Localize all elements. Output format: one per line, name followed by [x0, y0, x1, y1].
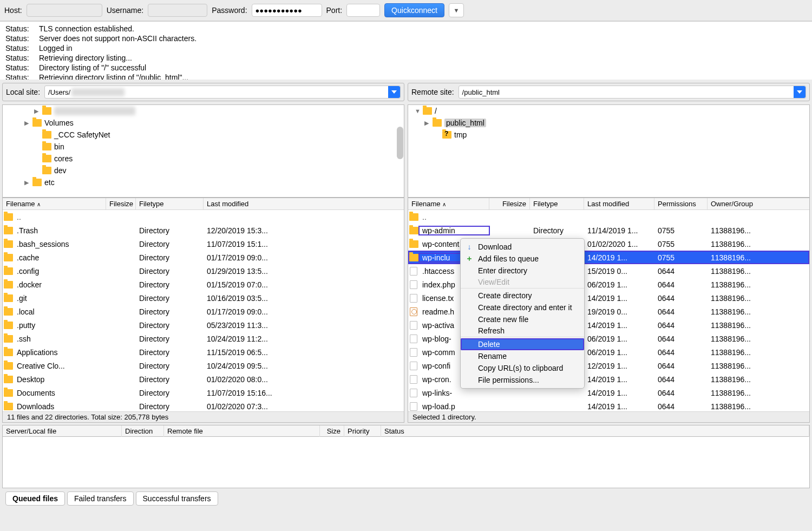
log-label: Status: [5, 24, 39, 34]
transfer-queue[interactable] [2, 437, 810, 488]
list-item[interactable]: DocumentsDirectory11/07/2019 15:16... [3, 386, 404, 399]
tab-queued-files[interactable]: Queued files [5, 491, 65, 506]
remote-site-path-input[interactable]: /public_html [459, 86, 806, 99]
cell-filetype: Directory [136, 240, 204, 248]
list-item[interactable]: .bash_sessionsDirectory11/07/2019 15:1..… [3, 237, 404, 251]
list-item[interactable]: .dockerDirectory01/15/2019 07:0... [3, 278, 404, 291]
tree-item[interactable]: ▼/ [408, 105, 809, 117]
disclosure-triangle-icon[interactable]: ▶ [24, 120, 30, 127]
list-item[interactable]: DownloadsDirectory01/02/2020 07:3... [3, 399, 404, 411]
quickconnect-button[interactable]: Quickconnect [384, 3, 444, 17]
list-item[interactable]: Creative Clo...Directory10/24/2019 09:5.… [3, 359, 404, 372]
list-item[interactable]: .. [3, 210, 404, 224]
tree-item[interactable]: ▶Volumes [3, 117, 404, 129]
tab-successful-transfers[interactable]: Successful transfers [136, 491, 218, 506]
list-item[interactable]: wp-adminDirectory11/14/2019 1...07551138… [408, 224, 809, 237]
list-item[interactable]: .cacheDirectory01/17/2019 09:0... [3, 251, 404, 264]
remote-directory-tree[interactable]: ▼/▶public_htmltmp [408, 104, 810, 198]
remote-site-dropdown-button[interactable] [794, 86, 806, 98]
col-priority: Priority [344, 425, 381, 437]
list-item[interactable]: .. [408, 210, 809, 224]
menu-item[interactable]: Create directory and enter it [461, 301, 584, 313]
menu-item[interactable]: File permissions... [461, 374, 584, 386]
local-site-dropdown-button[interactable] [388, 86, 400, 98]
menu-item[interactable]: Enter directory [461, 265, 584, 277]
list-item[interactable]: .configDirectory01/29/2019 13:5... [3, 264, 404, 278]
log-message: Retrieving directory listing of "/public… [39, 73, 188, 80]
cell-last-modified: 12/2019 1... [584, 362, 654, 370]
local-list-header[interactable]: Filename ∧ Filesize Filetype Last modifi… [3, 198, 404, 210]
local-file-list[interactable]: ...TrashDirectory12/20/2019 15:3....bash… [3, 210, 404, 411]
port-input[interactable] [346, 4, 380, 17]
list-item[interactable]: .puttyDirectory05/23/2019 11:3... [3, 318, 404, 332]
cell-filetype: Directory [136, 294, 204, 303]
file-icon [410, 402, 417, 411]
cell-filename: wp-load.p [419, 402, 489, 411]
folder-icon [3, 376, 14, 383]
cell-owner-group: 11388196... [708, 307, 809, 316]
menu-item[interactable]: Create directory [461, 290, 584, 301]
tree-item[interactable]: dev [3, 165, 404, 176]
remote-site-bar: Remote site: /public_html [408, 83, 810, 101]
tab-failed-transfers[interactable]: Failed transfers [67, 491, 133, 506]
cell-owner-group: 11388196... [708, 294, 809, 303]
download-icon: ↓ [465, 242, 474, 251]
list-item[interactable]: ApplicationsDirectory11/15/2019 06:5... [3, 345, 404, 359]
menu-item[interactable]: Rename [461, 350, 584, 362]
cell-last-modified: 11/07/2019 15:16... [204, 389, 404, 397]
list-item[interactable]: DesktopDirectory01/02/2020 08:0... [3, 372, 404, 386]
remote-site-label: Remote site: [411, 88, 454, 96]
cell-last-modified: 01/02/2020 1... [584, 240, 654, 248]
disclosure-triangle-icon[interactable]: ▶ [424, 120, 430, 127]
tree-item[interactable]: ▶xxxxxxxxxx [3, 105, 404, 117]
disclosure-triangle-icon[interactable]: ▶ [34, 108, 40, 115]
folder-icon [3, 362, 14, 370]
menu-item[interactable]: ↓Download [461, 241, 584, 253]
log-label: Status: [5, 63, 39, 73]
list-item[interactable]: .TrashDirectory12/20/2019 15:3... [3, 224, 404, 237]
log-message: TLS connection established. [39, 24, 134, 34]
tree-item[interactable]: ▶etc [3, 176, 404, 188]
local-site-bar: Local site: /Users/ xxxxxxxxxxxxxxx [2, 83, 404, 101]
disclosure-triangle-icon[interactable]: ▶ [24, 179, 30, 186]
folder-icon [3, 322, 14, 329]
password-input[interactable] [252, 4, 322, 17]
menu-item[interactable]: Create new file [461, 313, 584, 325]
tree-item[interactable]: _CCC SafetyNet [3, 129, 404, 141]
cell-filename: .ssh [14, 335, 106, 343]
host-input[interactable] [27, 4, 102, 17]
cell-filetype: Directory [136, 389, 204, 397]
col-last-modified: Last modified [584, 198, 654, 209]
scrollbar[interactable] [397, 127, 403, 159]
html-file-icon [410, 307, 417, 316]
menu-item[interactable]: Delete [461, 338, 584, 350]
list-item[interactable]: wp-load.p14/2019 1...064411388196... [408, 399, 809, 411]
menu-item[interactable]: ＋Add files to queue [461, 253, 584, 265]
tree-item[interactable]: bin [3, 141, 404, 153]
queue-header[interactable]: Server/Local file Direction Remote file … [2, 425, 810, 437]
username-input[interactable] [148, 4, 207, 17]
menu-item-label: Create directory and enter it [478, 303, 572, 312]
local-site-path-text: /Users/ [48, 88, 70, 96]
cell-filetype: Directory [136, 253, 204, 262]
local-site-path-input[interactable]: /Users/ xxxxxxxxxxxxxxx [44, 86, 401, 99]
tree-item[interactable]: tmp [408, 129, 809, 141]
list-item[interactable]: .sshDirectory10/24/2019 11:2... [3, 332, 404, 345]
list-item[interactable]: .localDirectory01/17/2019 09:0... [3, 305, 404, 318]
menu-item-label: Refresh [478, 326, 505, 335]
cell-filetype: Directory [136, 321, 204, 330]
menu-item[interactable]: Refresh [461, 325, 584, 337]
cell-last-modified: 01/17/2019 09:0... [204, 253, 404, 262]
quickconnect-history-button[interactable]: ▼ [449, 3, 464, 17]
cell-filename: Documents [14, 389, 106, 397]
remote-file-list[interactable]: ..wp-adminDirectory11/14/2019 1...075511… [408, 210, 809, 411]
list-item[interactable]: .gitDirectory10/16/2019 03:5... [3, 291, 404, 305]
tree-item[interactable]: ▶public_html [408, 117, 809, 129]
col-permissions: Permissions [654, 198, 708, 209]
local-directory-tree[interactable]: ▶xxxxxxxxxx▶Volumes_CCC SafetyNetbincore… [2, 104, 404, 198]
disclosure-triangle-icon[interactable]: ▼ [415, 108, 420, 114]
remote-list-header[interactable]: Filename ∧ Filesize Filetype Last modifi… [408, 198, 809, 210]
tree-item[interactable]: cores [3, 153, 404, 165]
menu-item[interactable]: Copy URL(s) to clipboard [461, 362, 584, 374]
cell-last-modified: 14/2019 1... [584, 294, 654, 303]
